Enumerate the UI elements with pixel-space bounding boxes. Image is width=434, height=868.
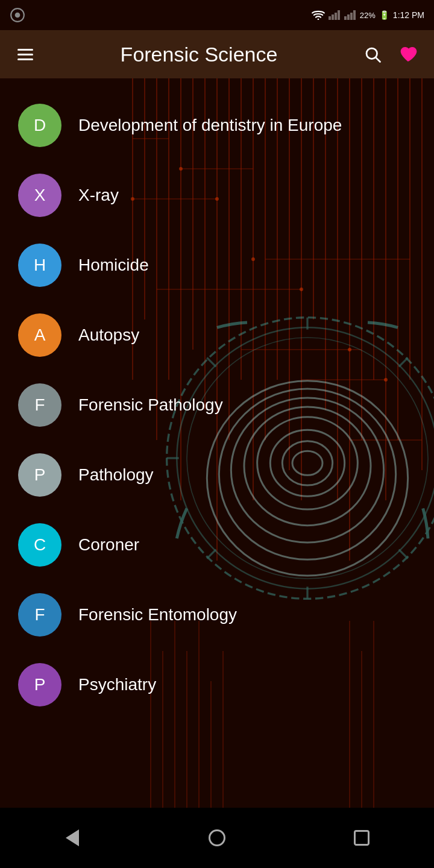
item-label: Development of dentistry in Europe [78,116,342,135]
category-list: D Development of dentistry in Europe X X… [0,78,434,732]
home-button[interactable] [193,820,241,856]
avatar: F [18,593,61,637]
bottom-navigation [0,808,434,868]
svg-rect-5 [335,13,337,20]
avatar: P [18,453,61,497]
item-label: Forensic Entomology [78,605,237,624]
back-icon [66,829,79,846]
svg-rect-10 [353,10,356,20]
battery-icon: 🔋 [379,10,389,20]
svg-rect-3 [329,16,331,20]
item-label: X-ray [78,186,119,205]
item-label: Pathology [78,465,154,485]
signal2-icon [344,10,356,20]
svg-rect-7 [344,16,347,20]
favorite-button[interactable] [395,41,422,68]
app-bar: Forensic Science [0,30,434,78]
list-item[interactable]: A Autopsy [0,300,434,370]
list-item[interactable]: F Forensic Entomology [0,580,434,650]
heart-icon [399,45,418,64]
recent-button[interactable] [338,820,386,856]
list-item[interactable]: C Coroner [0,510,434,580]
avatar: P [18,663,61,706]
svg-rect-6 [338,10,340,20]
home-icon [209,829,225,846]
menu-button[interactable] [12,41,39,68]
back-button[interactable] [48,820,96,856]
time-display: 1:12 PM [393,10,424,20]
avatar: A [18,313,61,357]
list-item[interactable]: P Pathology [0,440,434,510]
status-bar-left [10,7,25,23]
status-bar-right: 22% 🔋 1:12 PM [312,10,424,20]
list-item[interactable]: H Homicide [0,230,434,300]
wifi-icon [312,10,325,20]
avatar: F [18,383,61,427]
list-item[interactable]: P Psychiatry [0,650,434,720]
app-title: Forensic Science [48,43,350,66]
battery-percent: 22% [360,11,376,20]
avatar: D [18,104,61,147]
svg-rect-4 [332,14,334,20]
svg-point-1 [15,13,20,18]
search-button[interactable] [359,41,386,68]
avatar: H [18,244,61,287]
avatar: C [18,523,61,567]
search-icon [363,45,382,63]
item-label: Coroner [78,535,139,555]
signal-icon [329,10,341,20]
content-area: D Development of dentistry in Europe X X… [0,78,434,856]
svg-point-2 [317,19,319,20]
svg-rect-8 [347,14,350,20]
settings-icon [10,7,25,23]
item-label: Psychiatry [78,675,156,694]
item-label: Autopsy [78,326,139,345]
list-item[interactable]: X X-ray [0,160,434,230]
avatar: X [18,174,61,217]
hamburger-icon [17,49,33,60]
status-bar: 22% 🔋 1:12 PM [0,0,434,30]
svg-rect-9 [350,13,353,20]
svg-line-12 [376,58,380,62]
list-item[interactable]: F Forensic Pathology [0,370,434,440]
item-label: Forensic Pathology [78,395,223,415]
list-item[interactable]: D Development of dentistry in Europe [0,90,434,160]
recent-icon [354,830,370,846]
item-label: Homicide [78,256,149,275]
